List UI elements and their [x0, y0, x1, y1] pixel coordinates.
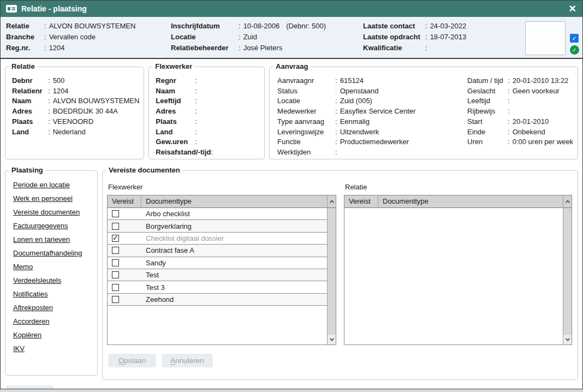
nav-link[interactable]: Werk en personeel [13, 195, 93, 203]
nav-link[interactable]: Notificaties [13, 291, 93, 298]
vereist-checkbox[interactable] [112, 210, 119, 217]
field-colon: : [44, 43, 46, 54]
vereist-checkbox[interactable] [112, 247, 119, 254]
field-row: Naam : ALVON BOUWSYSTEMEN [12, 96, 139, 106]
vereist-checkbox[interactable] [112, 284, 119, 291]
header-field-row: Laatste opdracht : 18-07-2013 [363, 32, 522, 43]
scrollbar-track[interactable] [563, 208, 572, 335]
field-row: Locatie : Zuid (005) [277, 96, 467, 106]
field-label: Type aanvraag [277, 117, 335, 127]
field-label: Gew.uren [156, 137, 195, 147]
table-row: Test [108, 269, 327, 281]
contact-card-icon [6, 5, 17, 13]
field-row: Leeftijd : [156, 96, 260, 106]
field-value: 20-01-2010 [513, 117, 549, 127]
field-row: Einde : Onbekend [467, 127, 573, 138]
nav-link[interactable]: Kopiëren [13, 332, 93, 339]
nav-link[interactable]: Documentafhandeling [13, 250, 93, 257]
field-colon: : [239, 32, 241, 43]
column-header-documenttype: Documenttype [378, 195, 563, 207]
field-value: Vervallen code [49, 32, 96, 43]
scroll-down-icon[interactable] [328, 335, 336, 345]
ok-button[interactable]: Ok [6, 385, 54, 389]
field-value: 1204 [53, 86, 69, 97]
field-row: Adres : BOEDRDIJK 30 44A [12, 106, 139, 117]
field-label: Land [12, 127, 48, 138]
field-value: 24-03-2022 [430, 21, 467, 32]
field-value: Uitzendwerk [340, 127, 379, 138]
field-colon: : [239, 21, 241, 32]
field-row: Regnr : [156, 76, 260, 86]
field-label: Uren [467, 137, 508, 147]
vereist-checkbox[interactable] [112, 223, 119, 230]
field-colon: : [508, 106, 510, 117]
close-icon[interactable]: × [569, 3, 576, 15]
table-title: Relatie [345, 183, 572, 191]
nav-link[interactable]: Verdeelsleutels [13, 277, 93, 284]
table-row: Borgverklaring [108, 220, 327, 232]
field-label: Start [467, 117, 508, 127]
field-label: Regnr [156, 76, 195, 86]
column-header-vereist: Vereist [108, 195, 141, 207]
vereist-checkbox[interactable] [112, 271, 119, 278]
field-label: Status [277, 86, 335, 97]
cancel-button[interactable]: Annuleren [162, 354, 213, 367]
scroll-down-icon[interactable] [563, 335, 572, 345]
blue-checkbox-checked[interactable]: ✓ [570, 34, 579, 43]
field-colon: : [195, 86, 197, 97]
field-value: Productiemedewerker [340, 137, 409, 147]
field-colon: : [195, 127, 197, 138]
field-value: 615124 [340, 76, 364, 86]
header-field-row: Relatie : ALVON BOUWSYSTEMEN [6, 21, 171, 32]
nav-link[interactable]: IKV [13, 346, 93, 353]
nav-link[interactable]: Accorderen [13, 318, 93, 325]
header-field-row: Relatiebeheerder : José Pieters [171, 43, 363, 54]
flexwerker-panel: Flexwerker Regnr : Naam : [148, 67, 265, 159]
field-colon: : [44, 21, 46, 32]
field-value: 10-08-2006 [243, 21, 280, 32]
field-colon: : [44, 32, 46, 43]
vereist-checkbox[interactable] [112, 296, 119, 303]
nav-link[interactable]: Periode en locatie [13, 182, 93, 189]
relatie-panel: Relatie Debnr : 500 Relatienr : 1204 [5, 67, 144, 159]
documenttype-cell: Zeehond [141, 295, 327, 304]
header-column-3: Laatste contact : 24-03-2022 Laatste opd… [363, 21, 522, 55]
flexwerker-doc-table: Vereist Documenttype [107, 195, 336, 345]
header-field-row: Inschrijfdatum : 10-08-2006 (Debnr: 500) [171, 21, 363, 32]
nav-link[interactable]: Memo [13, 264, 93, 271]
scroll-up-icon[interactable] [563, 195, 572, 208]
nav-link[interactable]: Lonen en tarieven [13, 236, 93, 243]
documenttype-cell: Test 3 [141, 283, 327, 292]
field-colon: : [48, 127, 50, 138]
scrollbar[interactable] [563, 195, 572, 345]
save-button[interactable]: Opslaan [108, 354, 156, 367]
plaatsing-nav-links: Periode en locatie Werk en personeel Ver… [13, 182, 93, 353]
scrollbar[interactable] [327, 195, 336, 345]
aanvraag-fields-left: Aanvraagnr : 615124 Status : Openstaand [277, 76, 467, 158]
nav-link[interactable]: Vereiste documenten [13, 209, 93, 216]
field-colon: : [425, 21, 427, 32]
field-label: Branche [6, 32, 44, 43]
header-field-row: Locatie : Zuid [171, 32, 363, 43]
field-row: Plaats : VEENOORD [12, 117, 139, 127]
field-colon: : [335, 117, 337, 127]
panel-legend: Relatie [9, 62, 38, 70]
field-colon: : [508, 76, 510, 86]
field-label: Locatie [171, 32, 239, 43]
field-value: Zuid (005) [340, 96, 372, 106]
vereist-checkbox[interactable] [112, 235, 119, 242]
header-field-row: Kwalificatie : [363, 43, 522, 54]
field-row: Start : 20-01-2010 [467, 117, 573, 127]
vereist-checkbox[interactable] [112, 259, 119, 266]
table-header: Vereist Documenttype [344, 195, 563, 208]
field-colon: : [48, 86, 50, 97]
panel-legend: Plaatsing [9, 166, 46, 174]
field-colon: : [195, 76, 197, 86]
nav-link[interactable]: Aftrekposten [13, 305, 93, 312]
field-colon: : [508, 86, 510, 97]
field-row: Functie : Productiemedewerker [277, 137, 467, 147]
panel-legend: Aanvraag [273, 62, 311, 70]
nav-link[interactable]: Factuurgegevens [13, 223, 93, 230]
scrollbar-track[interactable] [328, 208, 336, 335]
scroll-up-icon[interactable] [328, 195, 336, 208]
